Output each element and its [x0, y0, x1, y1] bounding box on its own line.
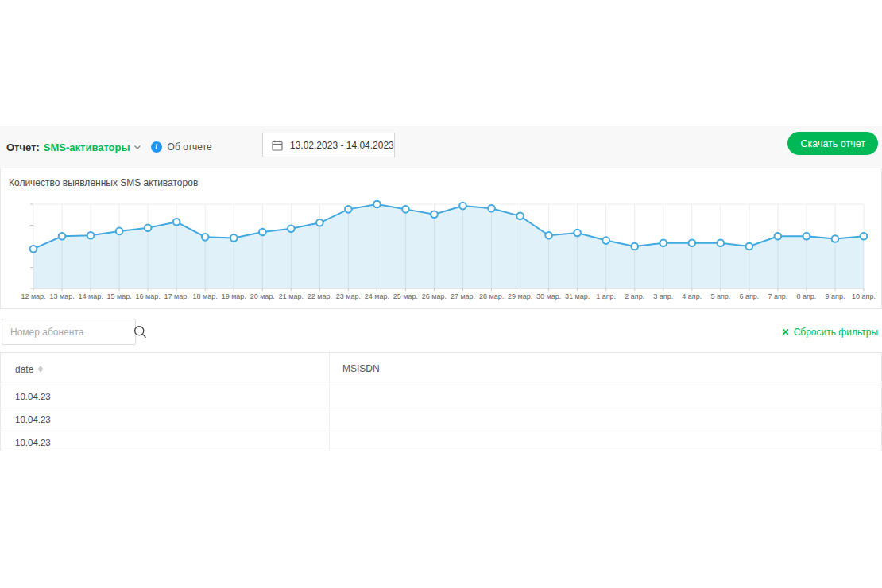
chevron-down-icon[interactable] [133, 145, 141, 150]
subscriber-search-box[interactable] [2, 319, 136, 345]
table-row[interactable]: 10.04.23 [1, 385, 881, 408]
report-toolbar: Отчет: SMS-активаторы i Об отчете 13.02.… [0, 126, 882, 168]
x-axis-label: 5 апр. [710, 292, 730, 300]
x-axis-label: 15 мар. [106, 292, 131, 300]
date-cell: 10.04.23 [15, 431, 51, 451]
x-axis-label: 21 мар. [279, 292, 304, 300]
table-body: 10.04.23 10.04.23 10.04.23 [1, 385, 881, 451]
x-axis-label: 18 мар. [193, 292, 218, 300]
about-report-link[interactable]: Об отчете [168, 141, 212, 153]
date-cell: 10.04.23 [15, 385, 51, 408]
calendar-icon [272, 140, 283, 151]
x-axis-label: 9 апр. [826, 292, 845, 300]
report-selector[interactable]: Отчет: SMS-активаторы i Об отчете [6, 141, 212, 153]
x-axis-label: 23 мар. [336, 292, 361, 300]
search-icon[interactable] [133, 325, 147, 338]
x-axis-label: 17 мар. [164, 292, 189, 300]
sms-activators-chart: 12 мар.13 мар.14 мар.15 мар.16 мар.17 ма… [1, 198, 881, 309]
table-row[interactable]: 10.04.23 [1, 431, 881, 451]
date-cell: 10.04.23 [15, 408, 51, 431]
x-axis-label: 16 мар. [136, 292, 161, 300]
report-label: Отчет: [6, 141, 40, 153]
x-axis-label: 27 мар. [451, 292, 475, 300]
x-axis-label: 14 мар. [78, 292, 103, 300]
x-axis-label: 1 апр. [596, 292, 616, 300]
close-icon: ✕ [782, 327, 790, 338]
x-axis-label: 3 апр. [653, 292, 673, 300]
x-axis-label: 25 мар. [393, 292, 418, 300]
page: Отчет: SMS-активаторы i Об отчете 13.02.… [0, 0, 882, 588]
x-axis-label: 19 мар. [222, 292, 246, 300]
table-header-row: date MSISDN [1, 353, 881, 385]
x-axis-label: 2 апр. [625, 292, 644, 300]
column-header-date[interactable]: date [15, 353, 43, 385]
x-axis-label: 13 мар. [49, 292, 74, 300]
info-icon[interactable]: i [151, 141, 162, 153]
x-axis-label: 6 апр. [739, 292, 759, 300]
chart-title: Количество выявленных SMS активаторов [9, 177, 198, 188]
x-axis-label: 7 апр. [768, 292, 787, 300]
x-axis-label: 20 мар. [250, 292, 275, 300]
column-header-msisdn: MSISDN [342, 353, 380, 385]
chart-card: Количество выявленных SMS активаторов 12… [0, 168, 882, 309]
x-axis-label: 24 мар. [365, 292, 389, 300]
table-row[interactable]: 10.04.23 [1, 408, 881, 431]
download-report-button[interactable]: Скачать отчет [787, 132, 878, 155]
x-axis-label: 29 мар. [508, 292, 532, 300]
x-axis-label: 28 мар. [479, 292, 504, 300]
x-axis-label: 26 мар. [422, 292, 447, 300]
x-axis-label: 30 мар. [536, 292, 561, 300]
date-range-value: 13.02.2023 - 14.04.2023 [290, 140, 394, 151]
x-axis-label: 31 мар. [565, 292, 590, 300]
x-axis-label: 12 мар. [21, 292, 45, 300]
reset-filters-label: Сбросить фильтры [794, 327, 878, 338]
results-table: date MSISDN 10.04.23 10.04.23 10.04.23 [0, 352, 882, 451]
report-name-dropdown[interactable]: SMS-активаторы [44, 141, 130, 153]
x-axis-label: 10 апр. [852, 292, 876, 300]
date-range-picker[interactable]: 13.02.2023 - 14.04.2023 [262, 133, 395, 157]
x-axis-label: 4 апр. [682, 292, 702, 300]
sort-icon[interactable] [38, 366, 43, 373]
search-input[interactable] [2, 327, 133, 338]
x-axis-label: 8 апр. [796, 292, 816, 300]
x-axis-label: 22 мар. [308, 292, 332, 300]
reset-filters-link[interactable]: ✕ Сбросить фильтры [782, 327, 878, 338]
